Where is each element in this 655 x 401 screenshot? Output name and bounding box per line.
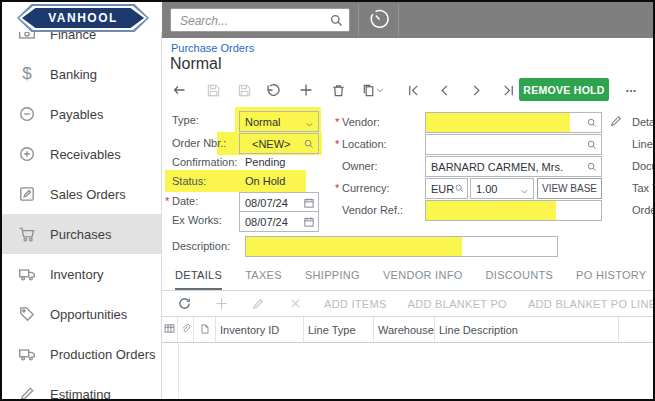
- date-input[interactable]: 08/07/24: [239, 192, 319, 213]
- type-dropdown[interactable]: Normal: [239, 111, 319, 132]
- date-label: Date:: [172, 195, 198, 207]
- owner-input[interactable]: BARNARD CARMEN, Mrs.: [425, 156, 602, 177]
- circle-minus-icon: [17, 104, 37, 124]
- tab-shipping[interactable]: SHIPPING: [305, 261, 360, 290]
- undo-icon[interactable]: [264, 81, 282, 99]
- tab-discounts[interactable]: DISCOUNTS: [486, 261, 553, 290]
- sidebar-item-label: Inventory: [50, 267, 103, 282]
- first-record-icon[interactable]: [404, 81, 422, 99]
- grid-settings-icon: [163, 322, 176, 337]
- summary-document-discounts-label: Document Discounts:: [632, 160, 655, 172]
- sidebar-item-payables[interactable]: Payables: [2, 94, 161, 134]
- header-divider-2: [398, 4, 399, 36]
- vendor-input[interactable]: [425, 112, 602, 133]
- type-label: Type:: [172, 114, 199, 126]
- edit-vendor-pencil-icon[interactable]: [609, 114, 623, 132]
- lookup-icon[interactable]: [303, 138, 315, 152]
- column-header-line-type[interactable]: Line Type: [304, 317, 374, 342]
- sidebar-item-label: Banking: [50, 67, 97, 82]
- view-base-button[interactable]: VIEW BASE: [537, 178, 602, 199]
- grid-toolbar: ADD ITEMS ADD BLANKET PO ADD BLANKET PO …: [162, 291, 653, 317]
- last-record-icon[interactable]: [499, 81, 517, 99]
- order-nbr-input[interactable]: <NEW>: [239, 133, 319, 154]
- order-nbr-label: Order Nbr.:: [172, 137, 226, 149]
- sidebar-item-label: Receivables: [50, 147, 121, 162]
- copy-menu-chevron-icon[interactable]: [374, 81, 386, 99]
- save-close-icon[interactable]: [204, 81, 222, 99]
- search-box[interactable]: [170, 8, 350, 32]
- currency-rate-dropdown[interactable]: 1.00: [470, 178, 534, 199]
- location-input[interactable]: [425, 134, 602, 155]
- search-icon[interactable]: [329, 13, 344, 32]
- sidebar-item-sales-orders[interactable]: Sales Orders: [2, 174, 161, 214]
- refresh-icon[interactable]: [176, 296, 192, 312]
- app-window: VANHOOL Finance $ Banking Payables Recei…: [0, 0, 655, 401]
- status-label: Status:: [172, 175, 206, 187]
- grid-header: Inventory ID Line Type Warehouse Line De…: [162, 317, 653, 343]
- currency-label: Currency:: [342, 182, 390, 194]
- sidebar-item-opportunities[interactable]: Opportunities: [2, 294, 161, 334]
- previous-record-icon[interactable]: [435, 81, 453, 99]
- lookup-icon[interactable]: [586, 139, 598, 153]
- currency-code-input[interactable]: EUR: [425, 178, 468, 199]
- column-header-order-qty[interactable]: Order Qty.: [619, 317, 653, 342]
- lookup-icon[interactable]: [454, 183, 465, 196]
- lookup-icon[interactable]: [586, 117, 598, 131]
- calendar-icon[interactable]: [303, 216, 315, 230]
- calendar-icon[interactable]: [303, 197, 315, 211]
- vanhool-logo[interactable]: VANHOOL: [17, 4, 149, 32]
- summary-line-discounts-label: Line Discounts:: [632, 138, 655, 150]
- sidebar-item-inventory[interactable]: Inventory: [2, 254, 161, 294]
- search-input[interactable]: [178, 10, 332, 32]
- sidebar-item-receivables[interactable]: Receivables: [2, 134, 161, 174]
- save-icon[interactable]: [235, 81, 253, 99]
- add-row-icon[interactable]: [213, 296, 229, 312]
- sidebar-item-purchases[interactable]: Purchases: [2, 214, 161, 254]
- column-header-warehouse[interactable]: Warehouse: [374, 317, 435, 342]
- tab-details[interactable]: DETAILS: [175, 261, 222, 290]
- sidebar-item-production-orders[interactable]: Production Orders: [2, 334, 161, 374]
- sidebar-item-label: Opportunities: [50, 307, 127, 322]
- add-blanket-po-line-button[interactable]: ADD BLANKET PO LINE: [528, 298, 653, 310]
- sidebar-item-label: Sales Orders: [50, 187, 126, 202]
- sidebar-item-banking[interactable]: $ Banking: [2, 54, 161, 94]
- ex-works-input[interactable]: 08/07/24: [239, 211, 319, 232]
- breadcrumb[interactable]: Purchase Orders: [171, 42, 254, 54]
- notes-column-header[interactable]: [194, 317, 216, 342]
- required-marker: *: [335, 182, 339, 194]
- next-record-icon[interactable]: [467, 81, 485, 99]
- page-title: Normal: [170, 55, 222, 73]
- column-settings-cell[interactable]: [162, 317, 178, 342]
- vendor-ref-input[interactable]: [425, 200, 602, 221]
- tab-vendor-info[interactable]: VENDOR INFO: [383, 261, 463, 290]
- paperclip-icon: [180, 323, 191, 336]
- required-marker: *: [335, 116, 339, 128]
- delete-row-icon[interactable]: [287, 296, 303, 312]
- column-header-line-description[interactable]: Line Description: [435, 317, 619, 342]
- location-label: Location:: [342, 138, 387, 150]
- more-actions-button[interactable]: ...: [618, 76, 644, 99]
- add-icon[interactable]: [297, 81, 315, 99]
- add-blanket-po-button[interactable]: ADD BLANKET PO: [408, 298, 507, 310]
- sidebar-item-estimating[interactable]: Estimating: [2, 374, 161, 399]
- summary-detail-total-label: Detail Total:: [632, 116, 655, 128]
- tab-po-history[interactable]: PO HISTORY: [576, 261, 646, 290]
- required-marker: *: [165, 195, 169, 207]
- logo-text: VANHOOL: [17, 4, 149, 32]
- sidebar-item-finance[interactable]: Finance: [2, 30, 161, 54]
- delete-icon[interactable]: [329, 81, 347, 99]
- remove-hold-button[interactable]: REMOVE HOLD: [519, 78, 609, 101]
- tab-bar: DETAILS TAXES SHIPPING VENDOR INFO DISCO…: [162, 261, 653, 291]
- note-doc-icon: [199, 323, 211, 337]
- edit-row-icon[interactable]: [250, 296, 266, 312]
- banknote-icon: [17, 30, 37, 44]
- description-input[interactable]: [245, 236, 558, 257]
- tab-taxes[interactable]: TAXES: [245, 261, 282, 290]
- add-items-button[interactable]: ADD ITEMS: [324, 298, 387, 310]
- edit-square-icon: [17, 184, 37, 204]
- column-header-inventory-id[interactable]: Inventory ID: [216, 317, 304, 342]
- back-icon[interactable]: [170, 81, 188, 99]
- lookup-icon[interactable]: [586, 161, 598, 175]
- business-date-clock-icon[interactable]: [368, 8, 391, 35]
- attachment-column-header[interactable]: [178, 317, 194, 342]
